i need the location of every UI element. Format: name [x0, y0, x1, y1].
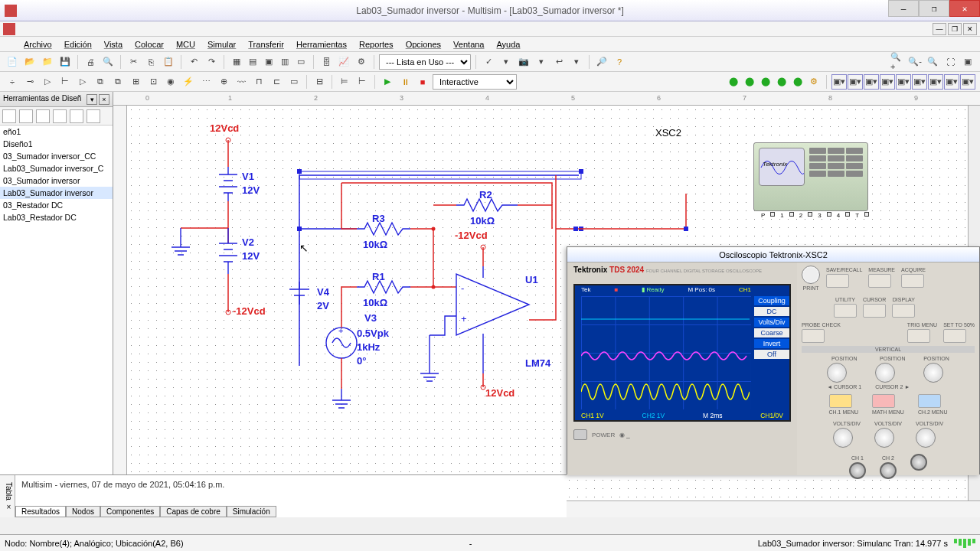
undo-icon[interactable]: ↶: [186, 54, 201, 70]
mdi-close-button[interactable]: ✕: [963, 23, 977, 35]
place-rf-icon[interactable]: 〰: [234, 74, 249, 90]
sim-mode-combo[interactable]: Interactive: [433, 74, 517, 90]
menu-ayuda[interactable]: Ayuda: [491, 38, 525, 51]
place-mcu-icon[interactable]: ▭: [286, 74, 302, 90]
place-basic-icon[interactable]: ⊸: [22, 74, 38, 90]
postprocessor-icon[interactable]: ⚙: [354, 54, 369, 70]
menu-herramientas[interactable]: Herramientas: [291, 38, 352, 51]
place-ttl-icon[interactable]: ⧉: [93, 74, 108, 90]
ch3-voltsdiv-knob[interactable]: [916, 428, 936, 448]
close-button[interactable]: ✕: [949, 0, 980, 17]
menu-archivo[interactable]: Archivo: [18, 38, 57, 51]
ch2-menu-button[interactable]: [918, 394, 941, 408]
redo-icon[interactable]: ↷: [204, 54, 219, 70]
ch2-position-knob[interactable]: [875, 363, 895, 383]
menu-transferir[interactable]: Transferir: [243, 38, 289, 51]
design-item[interactable]: 03_Restador DC: [0, 199, 113, 211]
place-junction-icon[interactable]: ⊢: [354, 74, 370, 90]
place-misc2-icon[interactable]: ⋯: [198, 74, 214, 90]
design-item[interactable]: eño1: [0, 126, 113, 138]
place-source-icon[interactable]: ÷: [5, 74, 20, 90]
place-mixed-icon[interactable]: ⊡: [145, 74, 161, 90]
probecheck-button[interactable]: [802, 329, 825, 343]
fullscreen-icon[interactable]: ▣: [960, 54, 975, 70]
instrument-icon[interactable]: ▣▾: [960, 74, 975, 90]
place-misc-icon[interactable]: ⊞: [128, 74, 143, 90]
utility-button[interactable]: [834, 304, 857, 318]
help-icon[interactable]: ?: [612, 54, 627, 70]
menu-ventana[interactable]: Ventana: [448, 38, 489, 51]
place-power-icon[interactable]: ⚡: [181, 74, 196, 90]
menu-edicion[interactable]: Edición: [59, 38, 97, 51]
display-button[interactable]: [892, 304, 915, 318]
tab-nodos[interactable]: Nodos: [66, 506, 100, 517]
analysis-icon[interactable]: ⬤: [742, 74, 757, 90]
arrow-down-icon[interactable]: ▾: [534, 54, 549, 70]
instrument-icon[interactable]: ▣▾: [928, 74, 943, 90]
zoom-out-icon[interactable]: 🔍-: [907, 54, 923, 70]
cursor-button[interactable]: [863, 304, 886, 318]
place-transistor-icon[interactable]: ⊢: [57, 74, 73, 90]
place-cmos-icon[interactable]: ⧉: [110, 74, 126, 90]
arrow-down-icon[interactable]: ▾: [498, 54, 514, 70]
menu-opciones[interactable]: Opciones: [400, 38, 446, 51]
copy-icon[interactable]: ⎘: [143, 54, 158, 70]
graph-icon[interactable]: 📈: [336, 54, 351, 70]
ch3-bnc[interactable]: [910, 454, 927, 471]
run-sim-icon[interactable]: ▶: [380, 74, 395, 90]
ch2-bnc[interactable]: [880, 462, 897, 479]
scope-power-button[interactable]: [573, 429, 587, 440]
instrument-icon[interactable]: ▣▾: [880, 74, 895, 90]
print-button[interactable]: [802, 266, 820, 284]
design-item[interactable]: Lab03_Restador DC: [0, 211, 113, 223]
zoom-in-icon[interactable]: 🔍+: [890, 54, 905, 70]
scope-voltsdiv-button[interactable]: Coarse: [754, 328, 789, 337]
panel-new-icon[interactable]: [2, 109, 16, 123]
pause-sim-icon[interactable]: ⏸: [397, 74, 413, 90]
new-file-icon[interactable]: 📄: [5, 54, 20, 70]
instrument-icon[interactable]: ▣▾: [831, 74, 847, 90]
tab-capas[interactable]: Capas de cobre: [160, 506, 227, 517]
toggle-border-icon[interactable]: ▣: [261, 54, 276, 70]
trigmenu-button[interactable]: [907, 329, 930, 343]
capture-icon[interactable]: 📷: [516, 54, 531, 70]
design-item[interactable]: Diseño1: [0, 138, 113, 150]
tab-resultados[interactable]: Resultados: [15, 506, 66, 517]
analysis-icon[interactable]: ⬤: [758, 74, 773, 90]
place-analog-icon[interactable]: ▷: [75, 74, 90, 90]
design-item[interactable]: Lab03_Sumador inversor_C: [0, 162, 113, 174]
menu-reportes[interactable]: Reportes: [354, 38, 399, 51]
tab-simulacion[interactable]: Simulación: [227, 506, 276, 517]
ch1-position-knob[interactable]: [827, 363, 847, 383]
instrument-icon[interactable]: ▣▾: [864, 74, 879, 90]
panel-properties-icon[interactable]: [87, 109, 100, 123]
cut-icon[interactable]: ✂: [126, 54, 141, 70]
paste-icon[interactable]: 📋: [161, 54, 176, 70]
arrow-down-icon[interactable]: ▾: [569, 54, 584, 70]
zoom-fit-icon[interactable]: ⛶: [942, 54, 958, 70]
menu-mcu[interactable]: MCU: [171, 38, 201, 51]
design-item[interactable]: 03_Sumador inversor: [0, 174, 113, 187]
place-connector-icon[interactable]: ⊏: [269, 74, 284, 90]
print-preview-icon[interactable]: 🔍: [100, 54, 116, 70]
settolvl-button[interactable]: [943, 329, 966, 343]
panel-saveall-icon[interactable]: [53, 109, 67, 123]
minimize-button[interactable]: —: [888, 0, 919, 17]
design-item[interactable]: 03_Sumador inversor_CC: [0, 150, 113, 162]
analysis-icon[interactable]: ⬤: [726, 74, 741, 90]
panel-close-icon[interactable]: ×: [99, 94, 109, 105]
saverecall-button[interactable]: [826, 274, 849, 288]
ch1-voltsdiv-knob[interactable]: [833, 428, 853, 448]
measure-button[interactable]: [868, 274, 891, 288]
instrument-icon[interactable]: ▣▾: [896, 74, 911, 90]
mdi-restore-button[interactable]: ❐: [948, 23, 962, 35]
place-bus-icon[interactable]: ⊨: [337, 74, 352, 90]
oscilloscope-window[interactable]: Osciloscopio Tektronix-XSC2 Tektronix TD…: [567, 246, 980, 474]
instrument-icon[interactable]: ▣▾: [848, 74, 863, 90]
mdi-minimize-button[interactable]: —: [933, 23, 946, 35]
scope-coupling-button[interactable]: DC: [754, 307, 789, 316]
zoom-area-icon[interactable]: 🔍: [925, 54, 940, 70]
electrical-rules-icon[interactable]: ✓: [481, 54, 496, 70]
analysis-icon[interactable]: ⬤: [774, 74, 789, 90]
ch1-menu-button[interactable]: [829, 394, 852, 408]
